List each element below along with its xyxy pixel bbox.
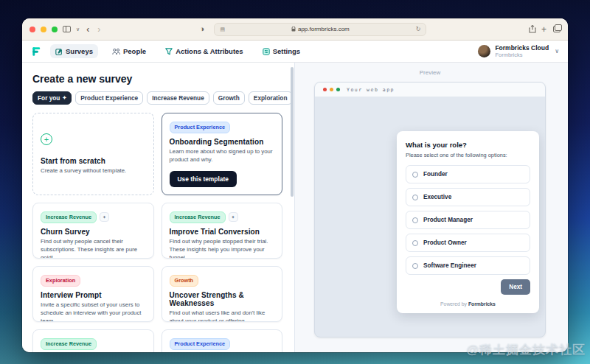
app-header: Surveys People Actions & Attributes Sett… — [22, 41, 568, 63]
reader-icon[interactable]: ▤ — [220, 27, 225, 32]
radio-icon — [412, 217, 418, 223]
template-card-identify-customer-goals[interactable]: Product Experience Identify Customer Goa… — [162, 329, 283, 352]
tab-label: People — [123, 47, 146, 55]
filter-product-experience[interactable]: Product Experience — [75, 91, 143, 105]
start-from-scratch-card[interactable]: + Start from scratch Create a survey wit… — [32, 113, 154, 195]
funnel-icon — [165, 48, 173, 55]
category-badge: Increase Revenue — [170, 211, 226, 223]
template-grid: + Start from scratch Create a survey wit… — [32, 113, 282, 352]
category-badge: Growth — [170, 275, 199, 287]
option-label: Product Owner — [423, 239, 467, 246]
category-badge: Product Experience — [170, 122, 231, 133]
filter-exploration[interactable]: Exploration — [249, 91, 293, 105]
new-tab-icon[interactable]: + — [541, 25, 546, 34]
template-card-changing-subscription[interactable]: Increase Revenue Changing subscription e… — [32, 329, 154, 352]
minimize-window-button[interactable] — [41, 27, 46, 32]
survey-subtitle: Please select one of the following optio… — [406, 152, 530, 158]
preview-window-titlebar: Your web app — [315, 83, 545, 97]
category-badge: Increase Revenue — [41, 338, 97, 350]
option-label: Founder — [423, 171, 448, 178]
use-template-button[interactable]: Use this template — [170, 171, 237, 187]
filter-for-you[interactable]: For you ✦ — [32, 91, 72, 105]
account-org: Formbricks — [495, 52, 549, 58]
sidebar-chevron-icon[interactable]: ∨ — [76, 27, 80, 32]
lock-icon — [291, 27, 296, 32]
mock-minimize-icon — [330, 88, 333, 91]
card-description: Create a survey without template. — [41, 167, 146, 175]
scrollbar-thumb[interactable] — [291, 67, 294, 197]
tab-actions-attributes[interactable]: Actions & Attributes — [160, 44, 248, 58]
tab-label: Settings — [273, 47, 300, 55]
settings-icon — [263, 48, 270, 55]
option-product-manager[interactable]: Product Manager — [406, 211, 530, 229]
filter-growth[interactable]: Growth — [213, 91, 245, 105]
card-description: Invite a specific subset of your users t… — [41, 301, 146, 322]
tab-surveys[interactable]: Surveys — [50, 44, 98, 58]
mock-zoom-icon — [336, 88, 340, 91]
preview-window-title: Your web app — [347, 87, 395, 93]
people-icon — [112, 48, 120, 55]
browser-window: ∨ ‹ › ◑ ▤ app.formbricks.com ↻ + — [22, 18, 568, 352]
main-nav: Surveys People Actions & Attributes Sett… — [50, 44, 305, 58]
card-title: Onboarding Segmentation — [170, 138, 275, 146]
card-title: Start from scratch — [41, 157, 146, 165]
option-label: Software Engineer — [423, 262, 476, 269]
sparkles-icon: ✦ — [229, 212, 238, 222]
card-title: Interview Prompt — [41, 291, 146, 299]
template-card-improve-trial-conversion[interactable]: Increase Revenue✦ Improve Trial Conversi… — [162, 203, 283, 259]
category-badge: Increase Revenue — [41, 211, 97, 223]
card-title: Uncover Strengths & Weaknesses — [170, 291, 275, 307]
browser-toolbar: ∨ ‹ › ◑ ▤ app.formbricks.com ↻ + — [22, 18, 568, 41]
next-button[interactable]: Next — [501, 279, 530, 295]
address-bar[interactable]: ▤ app.formbricks.com ↻ — [214, 23, 426, 36]
option-founder[interactable]: Founder — [406, 165, 530, 183]
zoom-window-button[interactable] — [52, 27, 58, 32]
chevron-down-icon: ∨ — [555, 48, 559, 55]
account-name: Formbricks Cloud — [495, 44, 549, 52]
template-gallery: Create a new survey For you ✦ Product Ex… — [22, 63, 294, 352]
template-card-interview-prompt[interactable]: Exploration Interview Prompt Invite a sp… — [32, 266, 154, 322]
sparkles-icon: ✦ — [100, 212, 109, 222]
sidebar-toggle-icon[interactable] — [63, 26, 71, 32]
category-badge: Exploration — [41, 275, 80, 287]
survey-preview-card: What is your role? Please select one of … — [397, 131, 539, 313]
powered-by-brand: Formbricks — [468, 301, 496, 307]
powered-by[interactable]: Powered by Formbricks — [406, 301, 530, 308]
category-badge: Product Experience — [170, 338, 231, 350]
option-product-owner[interactable]: Product Owner — [406, 234, 530, 252]
tab-settings[interactable]: Settings — [257, 44, 305, 58]
card-title: Churn Survey — [41, 228, 146, 236]
filter-increase-revenue[interactable]: Increase Revenue — [147, 91, 209, 105]
tab-overview-icon[interactable] — [552, 26, 560, 32]
preview-panel: Preview Your web app What is your role? … — [294, 63, 568, 352]
tab-people[interactable]: People — [107, 44, 151, 58]
forward-icon[interactable]: › — [96, 24, 102, 35]
page-title: Create a new survey — [32, 73, 282, 85]
watermark: @稀土掘金技术社区 — [466, 341, 586, 358]
option-executive[interactable]: Executive — [406, 188, 530, 206]
close-window-button[interactable] — [30, 27, 35, 32]
privacy-shield-icon[interactable]: ◑ — [200, 25, 205, 33]
option-software-engineer[interactable]: Software Engineer — [406, 256, 530, 275]
card-description: Find out why people cancel their subscri… — [41, 238, 146, 259]
formbricks-logo[interactable] — [31, 46, 41, 57]
template-card-onboarding-segmentation[interactable]: Product Experience Onboarding Segmentati… — [162, 113, 283, 195]
card-description: Find out what users like and don't like … — [170, 309, 275, 322]
tab-label: Surveys — [66, 47, 93, 55]
preview-app-window: Your web app What is your role? Please s… — [314, 82, 546, 337]
card-description: Learn more about who signed up to your p… — [170, 148, 275, 164]
radio-icon — [412, 172, 418, 178]
main-content: Create a new survey For you ✦ Product Ex… — [22, 63, 568, 352]
share-icon[interactable] — [529, 25, 536, 33]
template-card-churn-survey[interactable]: Increase Revenue✦ Churn Survey Find out … — [32, 203, 154, 259]
reload-icon[interactable]: ↻ — [416, 26, 421, 32]
account-menu[interactable]: Formbricks Cloud Formbricks ∨ — [478, 44, 559, 58]
radio-icon — [412, 240, 418, 246]
card-description: Find out why people stopped their trial.… — [170, 238, 275, 259]
pencil-square-icon — [55, 48, 63, 55]
tab-label: Actions & Attributes — [176, 47, 243, 55]
radio-icon — [412, 263, 418, 269]
back-icon[interactable]: ‹ — [85, 24, 91, 35]
template-card-uncover-strengths[interactable]: Growth Uncover Strengths & Weaknesses Fi… — [162, 266, 283, 322]
preview-label: Preview — [314, 69, 546, 76]
